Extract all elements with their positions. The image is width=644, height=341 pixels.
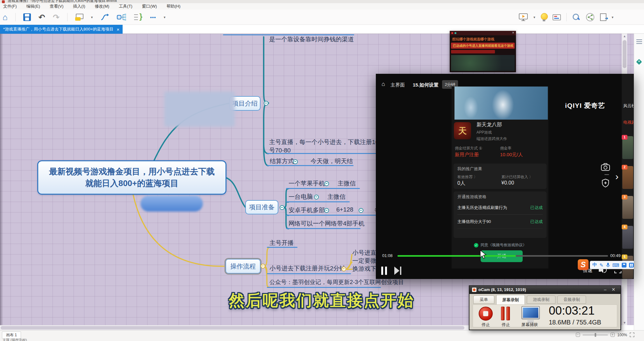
save-icon[interactable] [23,13,31,21]
relationship-icon[interactable] [100,13,109,21]
ocam-pause-button[interactable] [506,307,510,320]
ocam-close-button[interactable]: ✕ [612,287,615,292]
collapse-connector-icon[interactable] [264,101,268,106]
iqiyi-rank-sidebar[interactable]: 风云榜 电视剧 1 2 3 4 5 6 [622,74,634,279]
tab-close-icon[interactable]: × [117,27,119,32]
zoom-in-icon[interactable] [611,333,615,337]
topic-project-prep[interactable]: 项目准备 [245,200,278,214]
topic-host-live[interactable]: 主号开播 [269,239,294,247]
collapse-connector-icon[interactable] [280,205,284,210]
promo-income-label[interactable]: 累计已结算收入 〉 [501,174,533,180]
rank-thumbnail[interactable]: 2 [622,166,633,189]
ocam-tab-game-record[interactable]: 游戏录制 [527,296,555,304]
topic-iphone-wechat[interactable]: 主微信 [338,179,356,188]
agreement-row[interactable]: ✓ 同意《视频号推游戏协议》 [474,242,526,248]
ocam-titlebar[interactable]: oCam (8, 13, 1912, 1019) – ✕ [469,286,620,294]
camera-screenshot-icon[interactable] [601,163,610,171]
format-panel-icon[interactable] [636,39,642,44]
topic-process[interactable]: 操作流程 [225,258,261,275]
player-episode-title[interactable]: 15.如何设置 [413,82,439,88]
scroll-up-icon[interactable]: ▲ [623,34,626,38]
zoom-slider-thumb[interactable] [595,333,596,337]
menu-modify[interactable]: 修改(M) [95,3,110,9]
ocam-minimize-button[interactable]: – [604,287,606,292]
menu-edit[interactable]: 编辑(E) [26,3,40,9]
topic-right-line1[interactable]: 小号进直 [352,249,376,257]
presentation-icon[interactable] [519,13,528,21]
menu-tools[interactable]: 工具(T) [119,3,132,9]
document-tab[interactable]: *游戏直播推广，用小号点进去下载就能日入800+的蓝海项目 × [0,25,123,34]
topic-android-spec[interactable]: 6+128 [336,206,353,213]
horizontal-scroll-thumb[interactable] [1,326,464,330]
collapse-connector-icon[interactable] [261,264,265,268]
rank-thumbnail[interactable]: 1 [622,136,633,159]
share-icon[interactable] [586,13,595,22]
topic-live-line1[interactable]: 主号直播，每一个小号进去，下载注册10-1 [269,138,384,146]
ime-skin-icon[interactable] [622,263,626,268]
tag-icon[interactable] [636,59,642,65]
ocam-tab-menu[interactable]: 菜单 [473,296,494,304]
collapse-connector-icon[interactable] [324,181,329,186]
theme-dropdown-caret[interactable]: ▾ [91,15,93,19]
sidebar-category[interactable]: 电视剧 [623,120,633,125]
export-icon[interactable] [600,13,606,21]
scroll-down-icon[interactable]: ▼ [623,321,626,324]
layout-structure-icon[interactable] [117,13,126,21]
mini-close-icon[interactable]: ✕ [512,31,514,34]
fit-window-icon[interactable] [630,332,634,337]
ime-language-icon[interactable]: 中 [592,262,597,268]
mini-video-thumbnail[interactable]: ✕ 想玩哪个游戏就选哪个游戏 已达成的小号进入直播间就能看见这个游戏 [450,31,516,72]
topic-pc-wechat[interactable]: 主微信 [327,193,346,201]
zoom-slider[interactable] [583,334,608,336]
topic-settlement-value[interactable]: 今天做，明天结 [311,157,353,165]
slides-panel-icon[interactable] [553,14,561,20]
menu-window[interactable]: 窗口(W) [142,3,157,9]
export-dropdown-caret[interactable]: ▾ [612,15,614,19]
expand-arrow-icon[interactable]: › [615,171,619,182]
pause-icon[interactable] [381,267,383,275]
agree-checkbox-icon[interactable]: ✓ [474,243,478,247]
collapse-connector-icon[interactable] [293,159,298,164]
ime-pen-icon[interactable]: ✎ [599,263,604,268]
ocam-pause-button[interactable] [501,307,504,320]
topic-intro-channel[interactable]: 是一个靠设备靠时间挣钱的渠道 [269,35,354,44]
ocam-screen-capture-button[interactable] [521,306,540,319]
collapse-connector-icon[interactable] [341,267,346,271]
summary-icon[interactable]: } [134,13,142,21]
vertical-scroll-thumb[interactable] [623,40,626,68]
home-icon[interactable]: ⌂ [3,13,8,21]
presentation-dropdown-caret[interactable]: ▾ [533,15,535,19]
menu-insert[interactable]: 插入(I) [73,3,85,9]
topic-android[interactable]: 安卓手机多部 [289,206,325,214]
ime-mic-icon[interactable] [606,262,610,268]
ime-toolbar[interactable]: 中 ✎ ⌨ ⚙ [590,261,634,269]
collapse-connector-icon[interactable] [359,208,363,213]
ime-toolbox-icon[interactable] [629,263,634,268]
topic-right-line3[interactable]: 换游戏下 [352,265,376,273]
rank-thumbnail[interactable]: 3 [622,196,633,219]
collapse-connector-icon[interactable] [324,208,329,213]
redo-icon[interactable]: ↷ [53,13,60,21]
central-topic[interactable]: 最新视频号游戏撸金项目，用小号点进去下载 就能日入800+的蓝海项目 [37,160,226,195]
ocam-stop-record-button[interactable] [479,307,493,321]
pause-icon[interactable] [385,267,387,275]
menu-view[interactable]: 查看(V) [50,3,63,9]
menu-help[interactable]: 帮助(H) [167,3,181,9]
topic-right-line2[interactable]: 一定要微 [352,257,376,265]
menu-file[interactable]: 文件(F) [3,3,17,9]
topic-iphone[interactable]: 一个苹果手机 [289,179,325,188]
search-icon[interactable] [572,13,580,21]
player-home-label[interactable]: 主界面 [390,82,405,88]
undo-icon[interactable]: ↶ [39,13,45,21]
ocam-window[interactable]: oCam (8, 13, 1912, 1019) – ✕ 菜单 屏幕录制 游戏录… [469,285,621,330]
sogou-ime-icon[interactable]: S [578,259,589,270]
next-episode-icon[interactable] [394,267,399,275]
theme-style-icon[interactable] [75,14,83,21]
more-dropdown-caret[interactable]: ▾ [164,15,166,19]
agreement-text[interactable]: 同意《视频号推游戏协议》 [481,242,526,248]
video-player[interactable]: ⌂ 主界面 15.如何设置 2分钟 iQIYI 爱奇艺 天 新天龙八部 APP游… [376,74,634,279]
next-episode-icon[interactable] [400,267,401,275]
zoom-out-icon[interactable] [576,333,580,337]
ime-keyboard-icon[interactable]: ⌨ [612,263,619,268]
topic-pc[interactable]: 一台电脑 [289,193,313,201]
